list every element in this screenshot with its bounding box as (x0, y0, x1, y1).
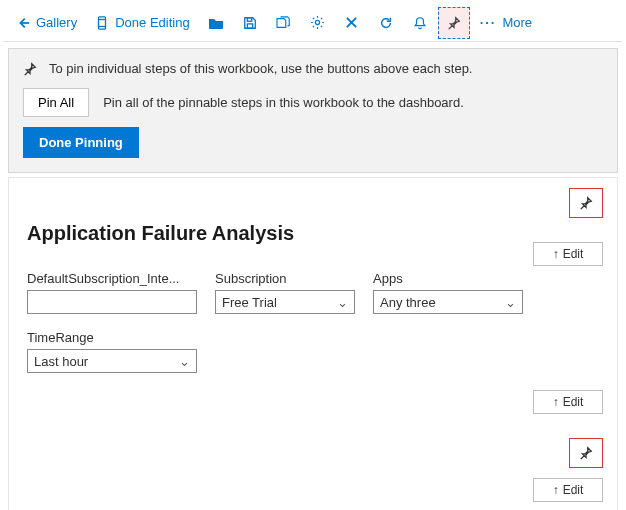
svg-rect-4 (247, 17, 251, 21)
save-copy-icon (276, 16, 292, 30)
edit-step-button[interactable]: ↑ Edit (533, 390, 603, 414)
pin-notice-text: To pin individual steps of this workbook… (49, 61, 472, 76)
param-value: Any three (380, 295, 436, 310)
svg-rect-3 (247, 23, 252, 27)
param-apps: Apps Any three ⌄ (373, 271, 523, 314)
done-pinning-button[interactable]: Done Pinning (23, 127, 139, 158)
step-pin-button[interactable] (569, 188, 603, 218)
param-label: DefaultSubscription_Inte... (27, 271, 197, 286)
param-subscription-select[interactable]: Free Trial ⌄ (215, 290, 355, 314)
pin-icon (23, 62, 37, 76)
toolbar: Gallery Done Editing (4, 4, 622, 42)
arrow-up-icon: ↑ (553, 483, 559, 497)
param-label: TimeRange (27, 330, 197, 345)
chevron-down-icon: ⌄ (505, 295, 516, 310)
done-editing-button[interactable]: Done Editing (87, 7, 197, 39)
pin-mode-button[interactable] (438, 7, 470, 39)
save-icon (243, 16, 257, 30)
step-pin-button[interactable] (569, 438, 603, 468)
done-editing-label: Done Editing (115, 15, 189, 30)
back-gallery-button[interactable]: Gallery (8, 7, 85, 39)
refresh-icon (379, 16, 393, 30)
edit-step-button[interactable]: ↑ Edit (533, 478, 603, 502)
arrow-left-icon (16, 16, 30, 30)
parameters-row: DefaultSubscription_Inte... Subscription… (27, 271, 547, 373)
arrow-up-icon: ↑ (553, 395, 559, 409)
alert-button[interactable] (404, 7, 436, 39)
pin-notice-panel: To pin individual steps of this workbook… (8, 48, 618, 173)
svg-point-5 (316, 20, 320, 24)
chevron-down-icon: ⌄ (179, 354, 190, 369)
param-label: Apps (373, 271, 523, 286)
workbook-content: ↑ Edit Application Failure Analysis Defa… (8, 177, 618, 510)
page-title: Application Failure Analysis (27, 222, 599, 245)
open-button[interactable] (200, 7, 232, 39)
pin-icon (447, 16, 461, 30)
param-subscription: Subscription Free Trial ⌄ (215, 271, 355, 314)
param-default-subscription: DefaultSubscription_Inte... (27, 271, 197, 314)
pin-all-button[interactable]: Pin All (23, 88, 89, 117)
edit-label: Edit (563, 247, 584, 261)
bell-icon (413, 16, 427, 30)
chevron-down-icon: ⌄ (337, 295, 348, 310)
more-label: More (502, 15, 532, 30)
save-button[interactable] (234, 7, 266, 39)
param-apps-select[interactable]: Any three ⌄ (373, 290, 523, 314)
folder-icon (208, 16, 224, 30)
param-timerange-select[interactable]: Last hour ⌄ (27, 349, 197, 373)
edit-step-button[interactable]: ↑ Edit (533, 242, 603, 266)
discard-button[interactable] (336, 7, 368, 39)
pin-icon (579, 446, 593, 460)
ellipsis-icon: ··· (480, 15, 497, 30)
edit-label: Edit (563, 483, 584, 497)
back-gallery-label: Gallery (36, 15, 77, 30)
pin-all-description: Pin all of the pinnable steps in this wo… (103, 95, 464, 110)
settings-button[interactable] (302, 7, 334, 39)
pin-icon (579, 196, 593, 210)
gear-icon (310, 15, 325, 30)
save-copy-button[interactable] (268, 7, 300, 39)
arrow-up-icon: ↑ (553, 247, 559, 261)
edit-label: Edit (563, 395, 584, 409)
device-icon (95, 16, 109, 30)
param-label: Subscription (215, 271, 355, 286)
param-default-subscription-select[interactable] (27, 290, 197, 314)
param-timerange: TimeRange Last hour ⌄ (27, 330, 197, 373)
param-value: Last hour (34, 354, 88, 369)
close-icon (345, 16, 358, 29)
param-value: Free Trial (222, 295, 277, 310)
more-button[interactable]: ··· More (472, 7, 540, 39)
svg-rect-0 (99, 16, 106, 28)
refresh-button[interactable] (370, 7, 402, 39)
